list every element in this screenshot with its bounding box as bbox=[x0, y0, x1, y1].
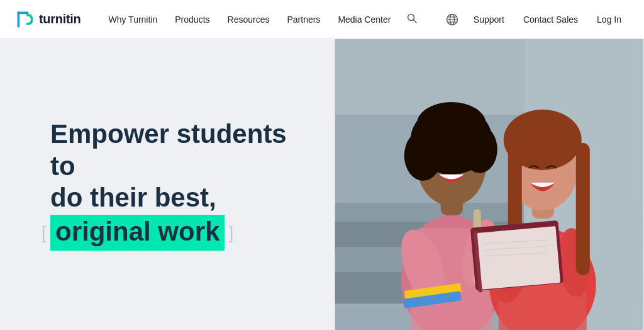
hero-title-highlight: [ original work ] bbox=[50, 215, 225, 250]
nav-support[interactable]: Support bbox=[466, 9, 512, 30]
nav-item-products[interactable]: Products bbox=[167, 9, 217, 30]
svg-rect-34 bbox=[576, 143, 590, 275]
bracket-right-icon: ] bbox=[229, 224, 234, 242]
nav-item-resources[interactable]: Resources bbox=[220, 9, 277, 30]
nav-contact-sales[interactable]: Contact Sales bbox=[516, 9, 586, 30]
hero-title-line2: do their best, bbox=[50, 182, 297, 213]
logo-icon bbox=[15, 9, 35, 30]
nav-right: Support Contact Sales Log In bbox=[442, 9, 629, 30]
navbar: turnitin Why Turnitin Products Resources… bbox=[0, 0, 644, 39]
nav-item-partners[interactable]: Partners bbox=[279, 9, 328, 30]
svg-rect-0 bbox=[18, 11, 20, 27]
hero-section: Empower students to do their best, [ ori… bbox=[0, 39, 644, 330]
svg-rect-15 bbox=[335, 39, 524, 115]
nav-main: Why Turnitin Products Resources Partners… bbox=[101, 8, 441, 31]
svg-line-3 bbox=[414, 20, 417, 23]
brand-name: turnitin bbox=[39, 12, 80, 26]
svg-point-35 bbox=[504, 110, 582, 170]
svg-point-25 bbox=[417, 102, 486, 146]
globe-icon[interactable] bbox=[442, 9, 462, 30]
svg-rect-1 bbox=[18, 11, 29, 14]
logo[interactable]: turnitin bbox=[15, 9, 80, 30]
nav-item-media-center[interactable]: Media Center bbox=[330, 9, 398, 30]
nav-log-in[interactable]: Log In bbox=[589, 9, 629, 30]
search-icon[interactable] bbox=[401, 8, 423, 31]
hero-left: Empower students to do their best, [ ori… bbox=[0, 39, 335, 330]
nav-item-why-turnitin[interactable]: Why Turnitin bbox=[101, 9, 165, 30]
svg-rect-38 bbox=[477, 226, 560, 290]
hero-text-block: Empower students to do their best, [ ori… bbox=[50, 118, 297, 251]
hero-right bbox=[335, 39, 644, 330]
hero-image bbox=[335, 39, 644, 330]
hero-title-line1: Empower students to bbox=[50, 118, 297, 182]
bracket-left-icon: [ bbox=[42, 224, 47, 242]
hero-title: Empower students to do their best, [ ori… bbox=[50, 118, 297, 251]
